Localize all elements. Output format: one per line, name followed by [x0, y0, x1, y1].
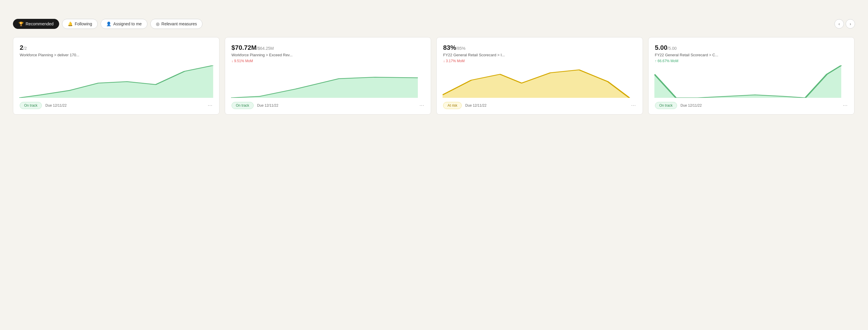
card-value-row: $70.72M/$64.25M	[231, 44, 425, 52]
tab-label-following: Following	[75, 22, 92, 26]
tab-label-relevant: Relevant measures	[161, 22, 197, 26]
card-chart	[19, 65, 213, 98]
card-chart	[231, 65, 425, 98]
tab-icon-recommended: 🏆	[19, 22, 24, 26]
card-title: FY22 General Retail Scorecard > I...	[443, 53, 636, 57]
card-value-sub: /85%	[456, 46, 465, 51]
card-due: Due 12/11/22	[465, 103, 486, 108]
card-more-button[interactable]: ···	[631, 103, 636, 108]
card-footer: At risk Due 12/11/22 ···	[443, 102, 636, 109]
card-value-row: 83%/85%	[443, 44, 636, 52]
card-chart-area	[442, 65, 637, 98]
card-more-button[interactable]: ···	[208, 103, 212, 108]
tabs-row: 🏆Recommended🔔Following👤Assigned to me◎Re…	[13, 19, 855, 29]
scorecard-card-card1[interactable]: 2/2 Workforce Planning > deliver 170... …	[13, 37, 219, 115]
card-status-badge: At risk	[443, 102, 462, 109]
tab-icon-relevant: ◎	[156, 22, 159, 26]
svg-marker-0	[19, 65, 213, 98]
card-mom: ↑ 66.67% MoM	[655, 59, 848, 63]
card-title: Workforce Planning > Exceed Rev...	[231, 53, 425, 57]
card-value-sub: /5.00	[667, 46, 677, 51]
scorecard-card-card4[interactable]: 5.00/5.00 FY22 General Retail Scorecard …	[648, 37, 855, 115]
card-mom: ↓ 9.51% MoM	[231, 59, 425, 63]
card-value-main: 5.00	[655, 44, 668, 52]
card-more-button[interactable]: ···	[843, 103, 848, 108]
svg-marker-2	[442, 70, 629, 98]
tab-label-assigned: Assigned to me	[113, 22, 142, 26]
card-chart-area	[19, 64, 213, 98]
card-value-main: 83%	[443, 44, 456, 52]
nav-arrows: ‹ ›	[834, 19, 855, 29]
card-value-main: 2	[20, 44, 23, 52]
svg-marker-3	[654, 65, 841, 98]
card-footer: On track Due 12/11/22 ···	[231, 102, 425, 109]
card-value-main: $70.72M	[231, 44, 257, 52]
card-status-badge: On track	[655, 102, 677, 109]
card-due: Due 12/11/22	[257, 103, 278, 108]
tab-icon-assigned: 👤	[106, 22, 111, 26]
next-arrow[interactable]: ›	[846, 19, 855, 29]
card-status-badge: On track	[20, 102, 42, 109]
card-status-badge: On track	[231, 102, 254, 109]
card-footer: On track Due 12/11/22 ···	[20, 102, 213, 109]
card-chart-area	[654, 65, 848, 98]
tab-btn-relevant[interactable]: ◎Relevant measures	[150, 19, 203, 29]
tab-icon-following: 🔔	[68, 22, 73, 26]
card-value-row: 5.00/5.00	[655, 44, 848, 52]
tab-btn-assigned[interactable]: 👤Assigned to me	[101, 19, 147, 29]
card-chart-area	[231, 65, 425, 98]
card-mom: ↓ 3.17% MoM	[443, 59, 636, 63]
scorecard-card-card3[interactable]: 83%/85% FY22 General Retail Scorecard > …	[436, 37, 643, 115]
cards-container: 2/2 Workforce Planning > deliver 170... …	[13, 37, 855, 115]
scorecard-card-card2[interactable]: $70.72M/$64.25M Workforce Planning > Exc…	[225, 37, 431, 115]
tab-btn-following[interactable]: 🔔Following	[62, 19, 98, 29]
prev-arrow[interactable]: ‹	[834, 19, 844, 29]
card-footer: On track Due 12/11/22 ···	[655, 102, 848, 109]
card-more-button[interactable]: ···	[420, 103, 424, 108]
svg-marker-1	[231, 77, 418, 98]
tab-label-recommended: Recommended	[26, 22, 54, 26]
card-title: FY22 General Retail Scorecard > C...	[655, 53, 848, 57]
card-value-sub: /$64.25M	[256, 46, 274, 51]
card-value-row: 2/2	[20, 44, 213, 52]
tab-btn-recommended[interactable]: 🏆Recommended	[13, 19, 59, 29]
card-due: Due 12/11/22	[45, 103, 66, 108]
card-value-sub: /2	[23, 46, 27, 51]
card-due: Due 12/11/22	[681, 103, 702, 108]
card-chart	[442, 65, 637, 98]
card-title: Workforce Planning > deliver 170...	[20, 53, 213, 57]
card-chart	[654, 65, 848, 98]
